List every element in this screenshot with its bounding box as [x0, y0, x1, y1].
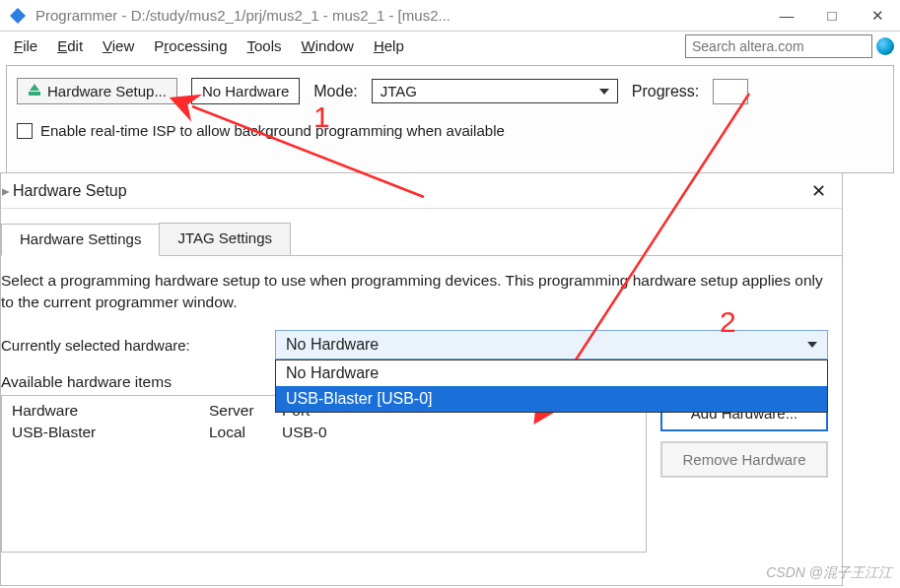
maximize-button[interactable]: □ — [809, 0, 855, 32]
selected-hardware-label: Currently selected hardware: — [1, 337, 265, 354]
progress-label: Progress: — [632, 83, 699, 100]
mode-label: Mode: — [313, 83, 357, 100]
menu-help[interactable]: Help — [366, 35, 412, 56]
remove-hardware-button: Remove Hardware — [660, 441, 828, 478]
selected-hardware-dropdown[interactable]: No Hardware No Hardware USB-Blaster [USB… — [275, 330, 828, 359]
option-usb-blaster[interactable]: USB-Blaster [USB-0] — [276, 386, 827, 412]
toolbar: Hardware Setup... No Hardware Mode: JTAG… — [6, 65, 894, 173]
mode-select[interactable]: JTAG — [372, 79, 618, 103]
menu-tools[interactable]: Tools — [240, 35, 290, 56]
app-icon — [6, 4, 30, 28]
menu-bar: File Edit View Processing Tools Window H… — [0, 32, 900, 61]
dialog-close-button[interactable]: ✕ — [802, 180, 834, 202]
hardware-icon — [28, 83, 41, 99]
option-no-hardware[interactable]: No Hardware — [276, 360, 827, 386]
search-box — [685, 34, 894, 58]
dropdown-list: No Hardware USB-Blaster [USB-0] — [275, 359, 828, 413]
window-title: Programmer - D:/study/mus2_1/prj/mus2_1 … — [35, 7, 450, 24]
current-hardware-box: No Hardware — [191, 78, 300, 104]
title-bar: Programmer - D:/study/mus2_1/prj/mus2_1 … — [0, 0, 900, 32]
mode-value: JTAG — [381, 83, 417, 99]
tab-hardware-settings[interactable]: Hardware Settings — [1, 224, 160, 256]
dialog-title: Hardware Setup — [11, 182, 127, 200]
progress-box — [713, 79, 748, 104]
col-server: Server — [209, 402, 282, 420]
svg-rect-1 — [29, 92, 40, 96]
chevron-down-icon — [599, 89, 609, 95]
tab-jtag-settings[interactable]: JTAG Settings — [159, 223, 291, 255]
chevron-down-icon — [807, 342, 817, 348]
svg-marker-0 — [10, 8, 26, 24]
dialog-description: Select a programming hardware setup to u… — [1, 270, 828, 312]
menu-view[interactable]: View — [95, 35, 142, 56]
close-button[interactable]: ✕ — [855, 0, 900, 32]
col-hardware: Hardware — [12, 402, 209, 420]
svg-marker-2 — [30, 84, 39, 91]
menu-edit[interactable]: Edit — [49, 35, 91, 56]
hardware-setup-label: Hardware Setup... — [47, 83, 167, 99]
enable-isp-label: Enable real-time ISP to allow background… — [40, 122, 505, 139]
available-hardware-table[interactable]: Hardware Server Port USB-Blaster Local U… — [1, 395, 647, 553]
watermark: CSDN @混子王江江 — [766, 564, 892, 582]
dialog-tabs: Hardware Settings JTAG Settings — [1, 209, 842, 256]
dialog-title-bar: ▸ Hardware Setup ✕ — [1, 173, 842, 209]
table-row[interactable]: USB-Blaster Local USB-0 — [12, 424, 636, 441]
menu-window[interactable]: Window — [294, 35, 362, 56]
search-input[interactable] — [685, 34, 872, 58]
minimize-button[interactable]: — — [764, 0, 809, 32]
globe-icon[interactable] — [876, 37, 894, 55]
hardware-setup-dialog: ▸ Hardware Setup ✕ Hardware Settings JTA… — [0, 172, 843, 586]
enable-isp-checkbox[interactable] — [17, 123, 33, 139]
selected-hardware-value: No Hardware — [286, 336, 379, 354]
dialog-handle-icon: ▸ — [1, 173, 11, 209]
hardware-setup-button[interactable]: Hardware Setup... — [17, 78, 177, 104]
menu-processing[interactable]: Processing — [146, 35, 235, 56]
menu-file[interactable]: File — [6, 35, 45, 56]
